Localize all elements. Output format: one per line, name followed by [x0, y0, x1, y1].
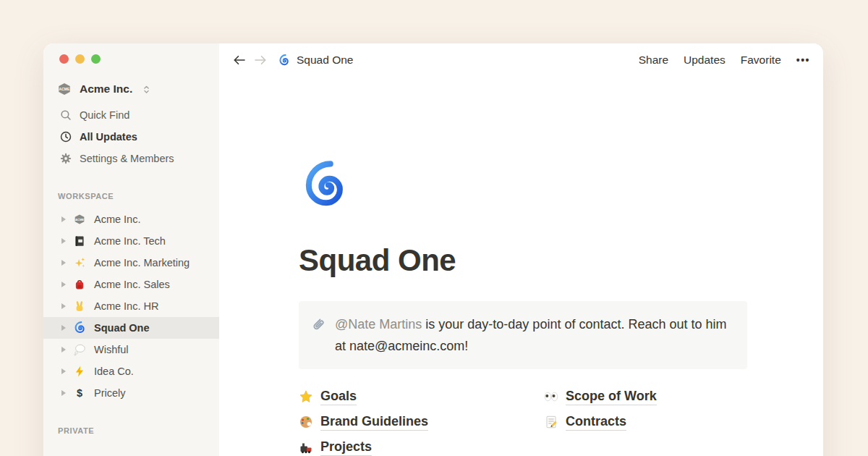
page-item-label: Acme Inc. Tech — [94, 235, 166, 247]
expand-toggle-icon[interactable] — [61, 347, 66, 352]
page-item-label: Squad One — [94, 322, 150, 334]
star-icon — [299, 389, 313, 404]
minimize-window-button[interactable] — [75, 54, 85, 64]
user-mention[interactable]: @Nate Martins — [335, 317, 422, 332]
topbar: Squad One Share Updates Favorite ••• — [219, 43, 823, 77]
back-arrow-icon[interactable] — [232, 53, 247, 67]
more-options-button[interactable]: ••• — [796, 54, 810, 66]
link-label: Brand Guidelines — [320, 414, 428, 431]
breadcrumb-label: Squad One — [297, 54, 353, 67]
expand-toggle-icon[interactable] — [61, 282, 66, 287]
expand-toggle-icon[interactable] — [61, 390, 66, 396]
link-label: Scope of Work — [566, 389, 657, 405]
page-item-label: Idea Co. — [94, 366, 134, 377]
favorite-button[interactable]: Favorite — [741, 54, 781, 67]
zoom-window-button[interactable] — [91, 54, 101, 64]
page-item-label: Acme Inc. — [94, 214, 140, 225]
acme-badge-icon: ACME — [56, 81, 72, 97]
page-item-label: Wishful — [94, 344, 129, 355]
share-button[interactable]: Share — [639, 54, 668, 67]
gear-icon — [59, 152, 72, 165]
sidebar-item-label: Settings & Members — [80, 153, 174, 164]
workspace-section-label: WORKSPACE — [58, 192, 219, 200]
page-item-idea-co[interactable]: Idea Co. — [43, 360, 219, 382]
forward-arrow-icon[interactable] — [253, 53, 268, 67]
private-section-label: PRIVATE — [58, 426, 219, 435]
svg-text:ACME: ACME — [75, 218, 84, 221]
backpack-icon — [73, 278, 86, 291]
sidebar: ACME Acme Inc. Quick Find All Updates — [43, 43, 219, 456]
notebook-icon — [73, 235, 86, 248]
app-window: ACME Acme Inc. Quick Find All Updates — [43, 43, 823, 456]
paperclip-icon — [309, 316, 326, 333]
link-label: Goals — [320, 389, 357, 405]
link-goals[interactable]: Goals — [299, 388, 544, 405]
page-item-acme-sales[interactable]: Acme Inc. Sales — [43, 274, 219, 295]
palette-icon — [299, 415, 313, 429]
thought-balloon-icon — [73, 343, 86, 356]
breadcrumb[interactable]: Squad One — [278, 54, 353, 67]
link-label: Contracts — [566, 414, 626, 431]
expand-toggle-icon[interactable] — [61, 260, 66, 266]
page-title: Squad One — [299, 243, 747, 278]
victory-hand-icon — [73, 300, 86, 313]
sidebar-top-menu: Quick Find All Updates Settings & Member… — [43, 104, 219, 169]
spiral-icon — [73, 321, 86, 334]
page-item-label: Acme Inc. HR — [94, 300, 158, 312]
up-down-chevron-icon — [141, 84, 152, 95]
main-panel: Squad One Share Updates Favorite ••• Squ… — [219, 43, 823, 456]
sparkles-icon — [73, 256, 86, 269]
sidebar-item-all-updates[interactable]: All Updates — [43, 126, 219, 148]
updates-button[interactable]: Updates — [684, 54, 726, 67]
acme-badge-icon: ACME — [73, 213, 86, 226]
workspace-switcher[interactable]: ACME Acme Inc. — [43, 80, 219, 98]
callout-block: @Nate Martins is your day-to-day point o… — [299, 301, 747, 369]
expand-toggle-icon[interactable] — [61, 216, 66, 222]
page-item-acme-marketing[interactable]: Acme Inc. Marketing — [43, 252, 219, 274]
window-controls — [43, 43, 219, 64]
close-window-button[interactable] — [59, 54, 69, 64]
lightning-icon — [73, 365, 86, 378]
sidebar-item-quick-find[interactable]: Quick Find — [43, 104, 219, 126]
page-item-acme-tech[interactable]: Acme Inc. Tech — [43, 230, 219, 252]
sidebar-item-settings-members[interactable]: Settings & Members — [43, 148, 219, 169]
clock-icon — [59, 130, 72, 143]
link-brand-guidelines[interactable]: Brand Guidelines — [299, 413, 544, 431]
page-item-acme-inc[interactable]: ACME Acme Inc. — [43, 208, 219, 230]
callout-text: @Nate Martins is your day-to-day point o… — [335, 313, 731, 357]
topbar-actions: Share Updates Favorite ••• — [639, 54, 810, 67]
page-item-label: Pricely — [94, 387, 126, 399]
expand-toggle-icon[interactable] — [61, 325, 66, 331]
locomotive-icon — [299, 440, 313, 455]
memo-icon — [544, 415, 558, 429]
page-item-squad-one[interactable]: Squad One — [43, 317, 219, 339]
workspace-name: Acme Inc. — [80, 83, 132, 96]
search-icon — [59, 109, 72, 122]
page-item-wishful[interactable]: Wishful — [43, 339, 219, 360]
page-item-acme-hr[interactable]: Acme Inc. HR — [43, 295, 219, 317]
expand-toggle-icon[interactable] — [61, 368, 66, 374]
page-item-label: Acme Inc. Sales — [94, 279, 170, 290]
page-item-label: Acme Inc. Marketing — [94, 257, 190, 269]
svg-text:ACME: ACME — [59, 87, 70, 91]
svg-text:$: $ — [77, 387, 82, 399]
workspace-page-list: ACME Acme Inc. Acme Inc. Tech Acme Inc. … — [43, 208, 219, 404]
link-scope-of-work[interactable]: Scope of Work — [544, 388, 747, 405]
link-projects[interactable]: Projects — [299, 439, 544, 456]
page-icon-spiral[interactable] — [299, 161, 349, 211]
sidebar-item-label: All Updates — [80, 131, 137, 143]
sidebar-item-label: Quick Find — [80, 109, 129, 121]
link-contracts[interactable]: Contracts — [544, 413, 747, 431]
spiral-icon — [278, 54, 290, 67]
page-content: Squad One @Nate Martins is your day-to-d… — [219, 77, 747, 456]
dollar-icon: $ — [73, 387, 86, 400]
page-links-grid: Goals Scope of Work Brand Guidelines — [299, 388, 747, 456]
page-item-pricely[interactable]: $ Pricely — [43, 382, 219, 404]
link-label: Projects — [320, 439, 372, 456]
eyes-icon — [544, 389, 558, 404]
expand-toggle-icon[interactable] — [61, 303, 66, 309]
expand-toggle-icon[interactable] — [61, 238, 66, 244]
